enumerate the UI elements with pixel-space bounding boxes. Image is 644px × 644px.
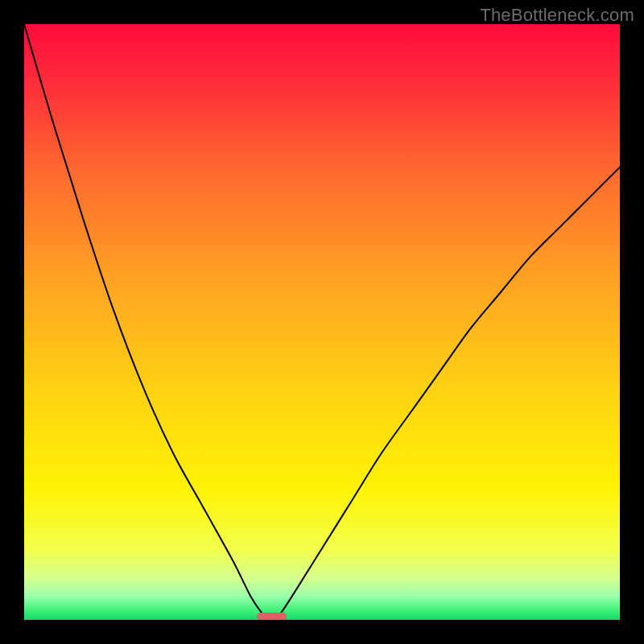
- bottleneck-curve: [24, 24, 620, 620]
- minimum-marker: [257, 613, 287, 620]
- watermark-text: TheBottleneck.com: [480, 5, 634, 26]
- plot-area: [24, 24, 620, 620]
- chart-frame: TheBottleneck.com: [0, 0, 644, 644]
